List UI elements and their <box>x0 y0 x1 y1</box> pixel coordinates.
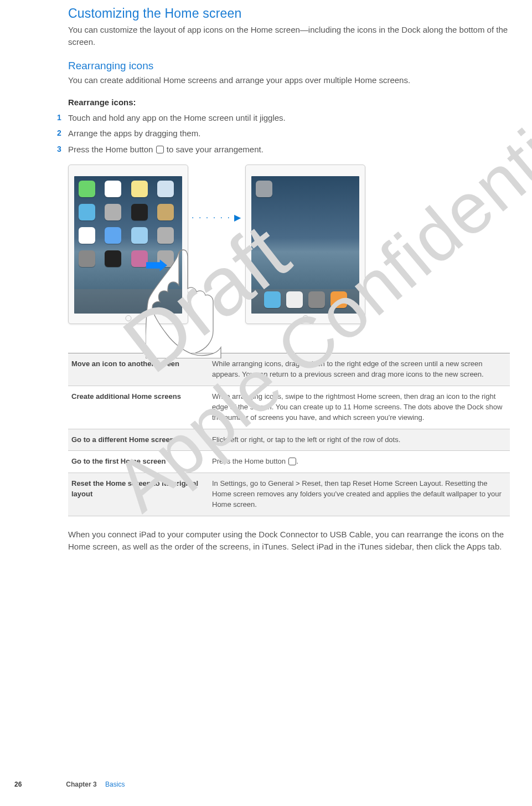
step-3: 3Press the Home button to save your arra… <box>68 143 510 156</box>
step-1-text: Touch and hold any app on the Home scree… <box>68 113 286 122</box>
heading-customizing: Customizing the Home screen <box>68 4 510 23</box>
table-key: Move an icon to another screen <box>68 353 209 386</box>
ipad-right <box>245 165 365 324</box>
table-value: While arranging icons, drag an icon to t… <box>209 353 510 386</box>
table-value: Flick left or right, or tap to the left … <box>209 429 510 451</box>
page-footer: 26 Chapter 3 Basics <box>14 780 468 789</box>
svg-marker-0 <box>146 260 167 271</box>
step-num-2: 2 <box>57 127 61 139</box>
figure-rearrange: · · · · · · ▶ <box>68 165 510 336</box>
drag-arrow-icon <box>146 259 167 271</box>
table-key: Go to the first Home screen <box>68 451 209 473</box>
table-row: Move an icon to another screenWhile arra… <box>68 353 510 386</box>
step-1: 1Touch and hold any app on the Home scre… <box>68 112 510 125</box>
step-num-1: 1 <box>57 112 61 124</box>
steps-list: 1Touch and hold any app on the Home scre… <box>68 112 510 156</box>
table-row: Go to the first Home screenPress the Hom… <box>68 451 510 473</box>
chapter-name: Basics <box>105 781 125 788</box>
table-row: Reset the Home screen to its original la… <box>68 473 510 516</box>
step-2-text: Arrange the apps by dragging them. <box>68 129 200 138</box>
page-number: 26 <box>14 780 64 789</box>
body-rearranging: You can create additional Home screens a… <box>68 74 510 86</box>
table-value: In Settings, go to General > Reset, then… <box>209 473 510 516</box>
step-num-3: 3 <box>57 143 61 155</box>
table-row: Go to a different Home screenFlick left … <box>68 429 510 451</box>
home-button-icon <box>288 458 296 465</box>
dotted-arrow-icon: · · · · · · ▶ <box>192 211 242 224</box>
paragraph-after-table: When you connect iPad to your computer u… <box>68 528 510 553</box>
table-key: Create additional Home screens <box>68 386 209 429</box>
table-row: Create additional Home screensWhile arra… <box>68 386 510 429</box>
steps-label: Rearrange icons: <box>68 96 510 109</box>
home-button-icon <box>156 146 164 153</box>
body-customizing: You can customize the layout of app icon… <box>68 24 510 48</box>
chapter-label: Chapter 3 <box>66 781 96 788</box>
table-value: Press the Home button . <box>209 451 510 473</box>
step-2: 2Arrange the apps by dragging them. <box>68 127 510 140</box>
table-key: Go to a different Home screen <box>68 429 209 451</box>
features-table: Move an icon to another screenWhile arra… <box>68 353 510 516</box>
table-value: While arranging icons, swipe to the righ… <box>209 386 510 429</box>
table-key: Reset the Home screen to its original la… <box>68 473 209 516</box>
heading-rearranging: Rearranging icons <box>68 58 510 74</box>
ipad-left <box>68 165 188 324</box>
